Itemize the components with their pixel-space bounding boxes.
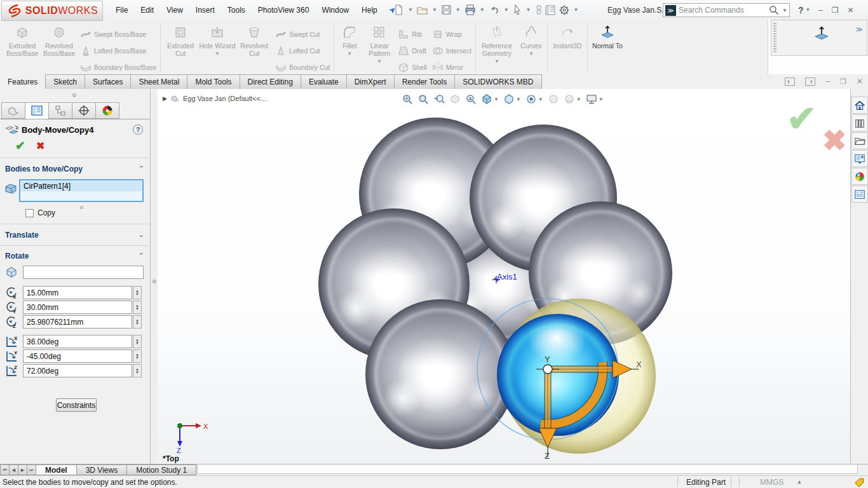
- tab-property-manager[interactable]: [25, 102, 49, 119]
- new-document-button[interactable]: [393, 3, 405, 18]
- scroll-last-tab-button[interactable]: ⏭: [27, 464, 36, 475]
- mirror-button[interactable]: Mirror: [430, 59, 474, 76]
- search-icon[interactable]: [769, 5, 779, 15]
- swept-boss-button[interactable]: Swept Boss/Base: [78, 26, 159, 43]
- view-palette-button[interactable]: [851, 150, 868, 167]
- save-button[interactable]: [440, 3, 452, 18]
- section-bodies-header[interactable]: Bodies to Move/Copy ⌃: [0, 163, 151, 177]
- select-button[interactable]: [512, 3, 523, 18]
- tab-sheet-metal[interactable]: Sheet Metal: [130, 74, 187, 89]
- tab-configuration-manager[interactable]: [48, 102, 72, 119]
- tab-sketch[interactable]: Sketch: [45, 74, 85, 89]
- tab-surfaces[interactable]: Surfaces: [85, 74, 131, 89]
- print-dropdown[interactable]: ▼: [478, 7, 487, 13]
- select-dropdown[interactable]: ▼: [524, 7, 533, 13]
- custom-properties-button[interactable]: [851, 186, 868, 203]
- menu-edit[interactable]: Edit: [134, 0, 160, 20]
- design-library-button[interactable]: [851, 114, 868, 132]
- angle-x-spinner[interactable]: ▲▼: [133, 335, 142, 348]
- menu-view[interactable]: View: [160, 0, 189, 20]
- revolved-boss-button[interactable]: Revolved Boss/Base: [41, 22, 78, 57]
- origin-x-input[interactable]: 15.00mm: [23, 286, 132, 299]
- menu-window[interactable]: Window: [315, 0, 355, 20]
- triad-x-arrowhead[interactable]: [613, 360, 632, 378]
- confirm-ok-button[interactable]: ✔: [787, 98, 817, 139]
- angle-z-spinner[interactable]: ▲▼: [133, 364, 142, 377]
- copy-checkbox[interactable]: [25, 209, 34, 217]
- constraints-button[interactable]: Constraints: [56, 398, 97, 412]
- selected-body-item[interactable]: CirPattern1[4]: [21, 181, 142, 191]
- copy-option[interactable]: Copy: [25, 208, 55, 217]
- angle-y-input[interactable]: -45.00deg: [23, 349, 132, 363]
- normal-to-small-icon[interactable]: [813, 25, 830, 42]
- graphics-viewport[interactable]: ▶ Egg Vase Jan (Default<<... A ▼ ▼ ▼ ▼ ▼: [158, 89, 850, 464]
- curves-dropdown[interactable]: ▼: [529, 51, 534, 57]
- save-dropdown[interactable]: ▼: [454, 7, 463, 13]
- menu-help[interactable]: Help: [355, 0, 384, 20]
- tab-motion-study[interactable]: Motion Study 1: [126, 464, 196, 475]
- expand-toolbar-chevron[interactable]: ≫: [855, 25, 863, 34]
- angle-z-input[interactable]: 72.00deg: [23, 364, 132, 377]
- triad-origin-handle[interactable]: [543, 365, 552, 374]
- curves-button[interactable]: Curves ▼: [517, 22, 546, 57]
- toolbar-drag-handle[interactable]: [773, 23, 776, 52]
- tab-solidworks-mbd[interactable]: SOLIDWORKS MBD: [454, 74, 541, 89]
- expand-translate-icon[interactable]: ⌄: [139, 231, 144, 239]
- extruded-boss-button[interactable]: Extruded Boss/Base: [4, 22, 41, 57]
- swept-cut-button[interactable]: Swept Cut: [273, 26, 332, 43]
- collapse-left-pane-icon[interactable]: [785, 78, 795, 86]
- extruded-cut-button[interactable]: Extruded Cut: [162, 22, 199, 57]
- properties-button[interactable]: [545, 3, 557, 18]
- minimize-button[interactable]: –: [818, 6, 823, 15]
- tab-3d-views[interactable]: 3D Views: [76, 464, 127, 475]
- boundary-cut-button[interactable]: Boundary Cut: [273, 59, 332, 76]
- scroll-first-tab-button[interactable]: ⏮: [0, 464, 10, 475]
- linear-pattern-dropdown[interactable]: ▼: [377, 58, 382, 64]
- tab-display-manager[interactable]: [95, 102, 119, 119]
- origin-z-spinner[interactable]: ▲▼: [133, 315, 142, 329]
- menu-file[interactable]: File: [109, 0, 134, 20]
- angle-y-spinner[interactable]: ▲▼: [133, 349, 142, 363]
- origin-z-input[interactable]: 25.98076211mm: [23, 315, 132, 329]
- fillet-button[interactable]: Fillet ▼: [336, 22, 363, 57]
- scroll-prev-tab-button[interactable]: ◀: [9, 464, 18, 475]
- lofted-boss-button[interactable]: Lofted Boss/Base: [78, 43, 159, 59]
- undo-button[interactable]: [488, 3, 501, 18]
- rib-button[interactable]: Rib: [395, 26, 429, 43]
- file-explorer-button[interactable]: [851, 132, 868, 149]
- options-dropdown[interactable]: ▼: [572, 7, 581, 13]
- doc-minimize-button[interactable]: –: [825, 77, 830, 86]
- new-dropdown[interactable]: ▼: [406, 7, 415, 13]
- selection-box-resize-handle[interactable]: [80, 206, 83, 209]
- hole-wizard-dropdown[interactable]: ▼: [215, 51, 220, 57]
- tab-features[interactable]: Features: [0, 74, 46, 89]
- menu-photoview[interactable]: PhotoView 360: [252, 0, 316, 20]
- collapse-rotate-icon[interactable]: ⌃: [139, 252, 144, 260]
- boundary-boss-button[interactable]: Boundary Boss/Base: [78, 59, 159, 76]
- origin-y-spinner[interactable]: ▲▼: [133, 301, 142, 314]
- doc-restore-button[interactable]: ❐: [840, 78, 846, 86]
- search-commands-box[interactable]: ≫ Search Commands ▼: [663, 3, 790, 17]
- restore-button[interactable]: ❐: [832, 6, 839, 15]
- home-button[interactable]: [851, 97, 868, 114]
- magnet-button[interactable]: [534, 3, 543, 18]
- section-rotate-header[interactable]: Rotate ⌃: [0, 250, 151, 264]
- revolved-cut-button[interactable]: Revolved Cut: [236, 22, 273, 57]
- collapse-right-pane-icon[interactable]: [805, 78, 815, 86]
- menu-insert[interactable]: Insert: [189, 0, 221, 20]
- rotate-reference-input[interactable]: [23, 266, 144, 279]
- collapse-bodies-icon[interactable]: ⌃: [139, 165, 144, 173]
- units-label[interactable]: MMGS: [760, 478, 783, 487]
- intersect-button[interactable]: Intersect: [430, 43, 474, 59]
- section-translate-header[interactable]: Translate ⌄: [0, 229, 151, 243]
- panel-splitter-vertical[interactable]: [151, 89, 158, 464]
- instant3d-button[interactable]: Instant3D: [549, 22, 586, 50]
- linear-pattern-button[interactable]: Linear Pattern ▼: [363, 22, 395, 64]
- pm-cancel-button[interactable]: ✖: [36, 140, 44, 152]
- units-dropdown-icon[interactable]: ▲: [797, 479, 802, 485]
- search-scope-icon[interactable]: ≫: [665, 5, 676, 16]
- wrap-button[interactable]: Wrap: [430, 26, 474, 43]
- undo-dropdown[interactable]: ▼: [502, 7, 511, 13]
- confirm-cancel-button[interactable]: ✖: [822, 123, 847, 158]
- search-dropdown[interactable]: ▼: [780, 8, 789, 13]
